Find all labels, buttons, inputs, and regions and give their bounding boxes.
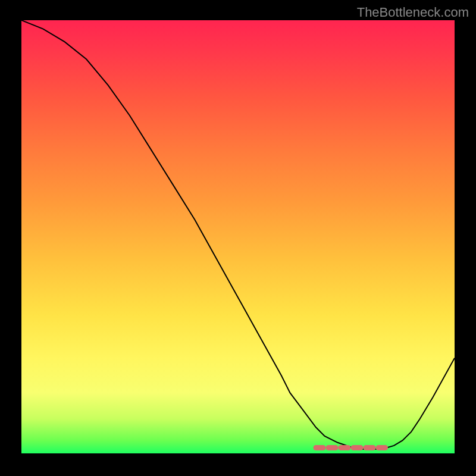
chart-plot-area xyxy=(21,20,455,453)
watermark-text: TheBottleneck.com xyxy=(357,5,469,20)
chart-curve-svg xyxy=(21,20,455,453)
bottleneck-curve-line xyxy=(21,20,455,449)
